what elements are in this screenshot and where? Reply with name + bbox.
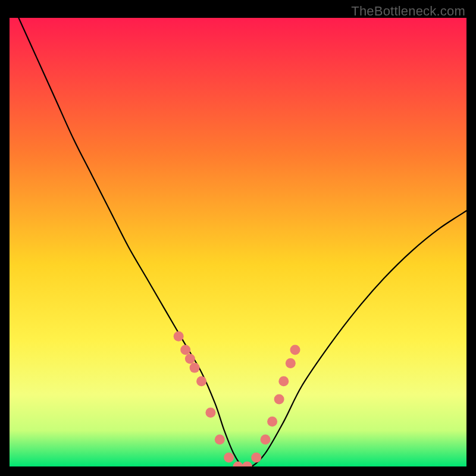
marker-dot <box>278 376 289 386</box>
marker-dot <box>190 363 200 373</box>
chart-frame: TheBottleneck.com <box>0 0 476 476</box>
bottleneck-curve <box>18 18 466 466</box>
marker-dot <box>286 358 296 368</box>
highlight-markers <box>174 331 300 466</box>
marker-dot <box>274 394 284 404</box>
marker-dot <box>290 345 300 355</box>
marker-dot <box>251 452 261 462</box>
plot-area <box>10 18 466 466</box>
marker-dot <box>267 416 277 427</box>
curve-layer <box>10 18 466 466</box>
marker-dot <box>196 376 206 386</box>
marker-dot <box>180 345 190 355</box>
marker-dot <box>205 408 215 418</box>
marker-dot <box>185 354 195 364</box>
marker-dot <box>261 434 271 444</box>
marker-dot <box>242 462 252 467</box>
marker-dot <box>224 452 234 462</box>
marker-dot <box>174 331 184 342</box>
marker-dot <box>233 462 243 467</box>
marker-dot <box>215 434 225 444</box>
watermark-text: TheBottleneck.com <box>351 4 465 19</box>
